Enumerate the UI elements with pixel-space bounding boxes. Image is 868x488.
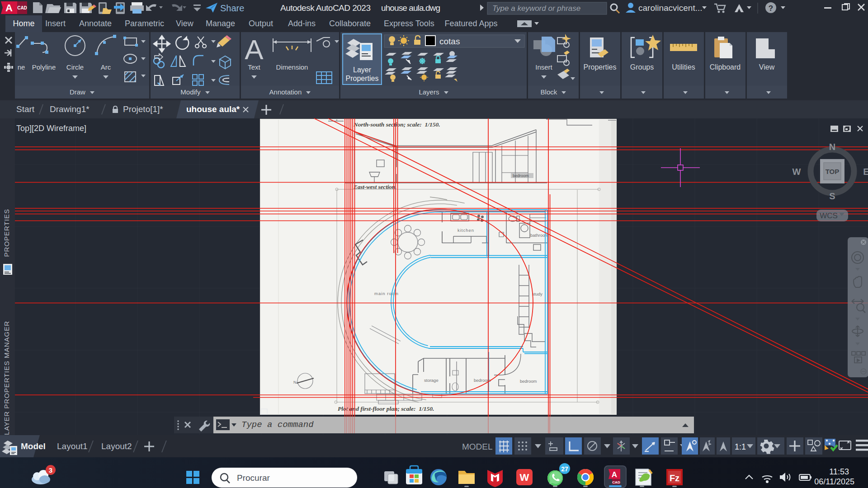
svg-text:Insert: Insert: [535, 63, 552, 71]
svg-text:bathroom: bathroom: [530, 233, 548, 238]
svg-text:North-south section; scale: 1: North-south section; scale: 1/150.: [353, 121, 440, 128]
svg-text:11:53: 11:53: [829, 467, 849, 476]
svg-text:MODEL: MODEL: [462, 442, 493, 451]
svg-text:N: N: [293, 380, 297, 385]
svg-text:Arc: Arc: [101, 63, 111, 71]
svg-text:3: 3: [49, 466, 52, 474]
svg-text:storage: storage: [424, 378, 439, 383]
svg-text:study: study: [532, 291, 542, 296]
svg-text:Dimension: Dimension: [276, 63, 308, 71]
svg-text:Model: Model: [21, 441, 46, 451]
svg-text:Share: Share: [220, 3, 244, 13]
svg-text:main room: main room: [374, 291, 399, 296]
svg-text:TOP: TOP: [826, 168, 840, 175]
svg-text:A: A: [245, 34, 264, 65]
svg-text:W: W: [793, 167, 801, 177]
svg-text:Procurar: Procurar: [237, 473, 270, 483]
svg-text:Layout1: Layout1: [57, 441, 88, 451]
svg-text:Layer: Layer: [353, 66, 372, 74]
svg-text:ne: ne: [18, 63, 25, 71]
svg-text:Properties: Properties: [584, 63, 617, 71]
svg-text:Type a keyword or phrase: Type a keyword or phrase: [492, 4, 580, 13]
svg-text:?: ?: [769, 4, 773, 13]
svg-text:Utilities: Utilities: [672, 63, 695, 71]
svg-text:Plot and first-floor plan; sca: Plot and first-floor plan; scale: 1/150.: [338, 405, 434, 412]
svg-text:Top][2D Wireframe]: Top][2D Wireframe]: [16, 124, 86, 133]
svg-text:WCS: WCS: [820, 211, 838, 220]
svg-text:A: A: [612, 470, 617, 479]
svg-text:W: W: [520, 472, 529, 483]
svg-text:Autodesk AutoCAD 2023: Autodesk AutoCAD 2023: [280, 3, 371, 13]
svg-text:E: E: [863, 167, 868, 177]
svg-text:bedroom: bedroom: [520, 379, 537, 384]
svg-text:View: View: [759, 63, 775, 71]
svg-text:Text: Text: [248, 63, 260, 71]
svg-text:CAD: CAD: [17, 5, 27, 10]
svg-text:Polyline: Polyline: [32, 63, 56, 71]
svg-text:kitchen: kitchen: [458, 228, 474, 233]
svg-text:N: N: [829, 142, 835, 152]
svg-text:S: S: [829, 191, 835, 201]
svg-text:bedroom: bedroom: [513, 174, 529, 178]
svg-text:Circle: Circle: [66, 63, 84, 71]
svg-text:uhouse aula.dwg: uhouse aula.dwg: [381, 3, 440, 13]
svg-text:cotas: cotas: [439, 37, 460, 46]
svg-text:Layout2: Layout2: [101, 441, 132, 451]
svg-text:carolinacvicent...: carolinacvicent...: [638, 3, 703, 13]
svg-text:A: A: [5, 2, 13, 14]
svg-text:06/11/2025: 06/11/2025: [814, 477, 854, 486]
svg-text:Groups: Groups: [630, 63, 654, 71]
svg-text:CAD: CAD: [612, 480, 620, 484]
svg-text:Fz: Fz: [670, 473, 679, 483]
svg-text:Properties: Properties: [346, 75, 379, 82]
svg-text:27: 27: [561, 465, 568, 473]
svg-text:Clipboard: Clipboard: [710, 63, 741, 71]
svg-text:1:1: 1:1: [735, 442, 746, 451]
